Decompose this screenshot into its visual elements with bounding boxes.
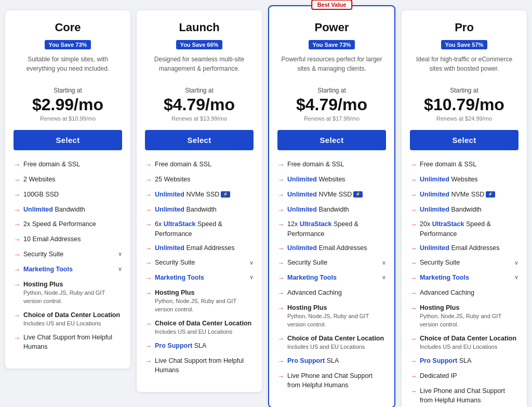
arrow-icon: → — [410, 288, 417, 298]
arrow-icon: → — [14, 250, 20, 260]
list-item: →Marketing Tools∨ — [410, 273, 518, 283]
arrow-icon: → — [410, 190, 417, 200]
chevron-down-icon[interactable]: ∨ — [514, 273, 518, 282]
arrow-icon: → — [277, 190, 284, 200]
list-item: →Hosting PlusPython, Node.JS, Ruby and G… — [410, 303, 518, 329]
chevron-down-icon[interactable]: ∨ — [249, 259, 254, 267]
list-item: →Hosting PlusPython, Node.JS, Ruby and G… — [14, 280, 122, 306]
list-item: →Unlimited Bandwidth — [14, 205, 122, 215]
plan-description-pro: Ideal for high-traffic or eCommerce site… — [410, 55, 518, 81]
best-value-badge: Best Value — [311, 0, 353, 10]
arrow-icon: → — [410, 357, 417, 366]
list-item: →25 Websites — [145, 175, 254, 185]
starting-at-power: Starting at — [277, 87, 386, 94]
arrow-icon: → — [145, 175, 152, 185]
arrow-icon: → — [277, 372, 284, 382]
arrow-icon: → — [277, 160, 284, 170]
list-item: →20x UltraStack Speed & Performance — [410, 219, 518, 238]
plan-card-power: Best ValuePowerYou Save 73%Powerful reso… — [268, 5, 395, 407]
renews-at-pro: Renews at $24.99/mo — [410, 115, 518, 122]
list-item: →Dedicated IP — [410, 371, 518, 382]
list-item: →100GB SSD — [14, 190, 122, 200]
plan-name-launch: Launch — [145, 21, 254, 34]
list-item: →Hosting PlusPython, Node.JS, Ruby and G… — [277, 303, 386, 329]
list-item: →Free domain & SSL — [410, 160, 518, 170]
renews-at-core: Renews at $10.99/mo — [14, 115, 122, 122]
chevron-down-icon[interactable]: ∨ — [118, 250, 122, 258]
list-item: →Marketing Tools∨ — [277, 273, 386, 283]
feature-sub-text: Python, Node.JS, Ruby and GIT version co… — [23, 289, 122, 306]
arrow-icon: → — [277, 244, 284, 254]
arrow-icon: → — [277, 220, 284, 230]
arrow-icon: → — [145, 357, 152, 366]
list-item: →Choice of Data Center LocationIncludes … — [277, 334, 386, 351]
list-item: →Hosting PlusPython, Node.JS, Ruby and G… — [145, 288, 254, 314]
chevron-down-icon[interactable]: ∨ — [249, 273, 254, 282]
arrow-icon: → — [410, 387, 417, 397]
arrow-icon: → — [14, 311, 20, 321]
list-item: →Unlimited Email Addresses — [410, 243, 518, 254]
chevron-down-icon[interactable]: ∨ — [118, 265, 122, 273]
plan-name-core: Core — [14, 21, 122, 34]
list-item: →Unlimited Bandwidth — [410, 205, 518, 215]
arrow-icon: → — [145, 273, 152, 283]
arrow-icon: → — [277, 334, 284, 344]
arrow-icon: → — [14, 175, 20, 185]
arrow-icon: → — [14, 265, 20, 275]
arrow-icon: → — [145, 288, 152, 298]
price-core: $2.99/mo — [14, 95, 122, 114]
list-item: →Unlimited NVMe SSD⚡ — [277, 190, 386, 200]
arrow-icon: → — [410, 304, 417, 313]
savings-badge-pro: You Save 57% — [441, 40, 488, 49]
list-item: →Unlimited Bandwidth — [277, 205, 386, 215]
starting-at-pro: Starting at — [410, 87, 518, 94]
savings-badge-launch: You Save 66% — [176, 40, 223, 49]
feature-sub-text: Python, Node.JS, Ruby and GIT version co… — [155, 297, 254, 314]
arrow-icon: → — [277, 288, 284, 298]
arrow-icon: → — [145, 220, 152, 230]
select-button-core[interactable]: Select — [14, 130, 122, 150]
list-item: →2 Websites — [14, 175, 122, 185]
feature-sub-text: Includes US and EU Locations — [420, 343, 518, 351]
arrow-icon: → — [410, 175, 417, 185]
price-pro: $10.79/mo — [410, 95, 518, 114]
plan-name-power: Power — [277, 21, 386, 34]
list-item: →10 Email Addresses — [14, 234, 122, 245]
speed-icon: ⚡ — [221, 191, 230, 198]
arrow-icon: → — [410, 334, 417, 344]
plan-description-power: Powerful resources perfect for larger si… — [277, 55, 386, 81]
list-item: →Unlimited NVMe SSD⚡ — [410, 190, 518, 200]
select-button-pro[interactable]: Select — [410, 130, 518, 150]
arrow-icon: → — [14, 160, 20, 170]
list-item: →Marketing Tools∨ — [145, 273, 254, 283]
price-launch: $4.79/mo — [145, 95, 254, 114]
arrow-icon: → — [145, 319, 152, 329]
select-button-launch[interactable]: Select — [145, 130, 254, 150]
chevron-down-icon[interactable]: ∨ — [382, 259, 386, 267]
list-item: →2x Speed & Performance — [14, 219, 122, 230]
list-item: →Advanced Caching — [410, 288, 518, 298]
plan-card-pro: ProYou Save 57%Ideal for high-traffic or… — [402, 10, 527, 407]
list-item: →Choice of Data Center LocationIncludes … — [14, 310, 122, 328]
starting-at-launch: Starting at — [145, 87, 254, 94]
list-item: →Live Phone and Chat Support from Helpfu… — [277, 371, 386, 390]
arrow-icon: → — [145, 190, 152, 200]
list-item: →Pro Support SLA — [145, 341, 254, 351]
arrow-icon: → — [410, 220, 417, 230]
list-item: →Unlimited NVMe SSD⚡ — [145, 190, 254, 200]
arrow-icon: → — [14, 333, 20, 343]
arrow-icon: → — [145, 205, 152, 215]
speed-icon: ⚡ — [353, 191, 363, 198]
list-item: →Security Suite∨ — [277, 258, 386, 268]
arrow-icon: → — [277, 304, 284, 313]
arrow-icon: → — [410, 244, 417, 254]
feature-sub-text: Includes US and EU Locations — [155, 328, 254, 336]
feature-sub-text: Python, Node.JS, Ruby and GIT version co… — [420, 312, 518, 329]
chevron-down-icon[interactable]: ∨ — [382, 273, 386, 282]
select-button-power[interactable]: Select — [277, 130, 386, 150]
list-item: →Security Suite∨ — [14, 250, 122, 260]
arrow-icon: → — [145, 160, 152, 170]
chevron-down-icon[interactable]: ∨ — [514, 259, 518, 267]
plan-description-launch: Designed for seamless multi-site managem… — [145, 55, 254, 81]
feature-sub-text: Python, Node.JS, Ruby and GIT version co… — [287, 312, 386, 329]
